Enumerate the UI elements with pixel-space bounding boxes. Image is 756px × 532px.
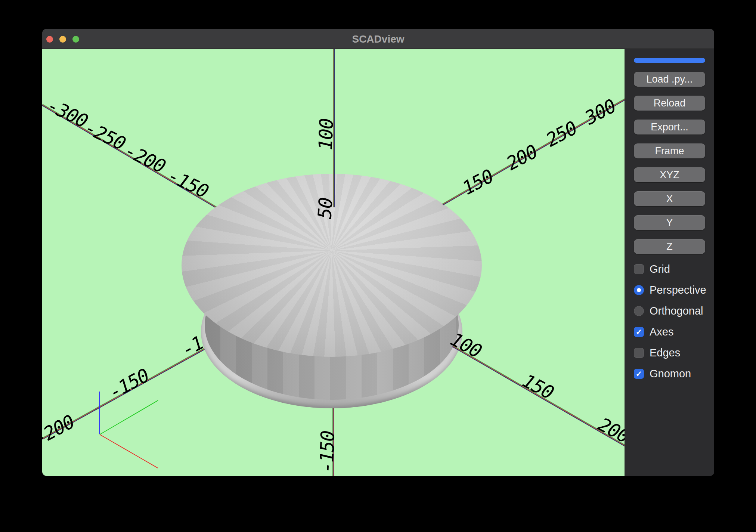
window-title: SCADview: [42, 29, 714, 50]
axis-tick-label: -150: [316, 431, 339, 473]
axis-tick-label: 150: [519, 370, 557, 404]
axes-checkbox[interactable]: ✓Axes: [634, 325, 673, 338]
gnomon-y-axis: [99, 400, 158, 435]
edges-label: Edges: [650, 347, 680, 359]
orthogonal-radio-control[interactable]: [634, 306, 644, 316]
reload-button[interactable]: Reload: [634, 96, 705, 111]
grid-checkbox[interactable]: Grid: [634, 263, 670, 275]
titlebar: SCADview: [42, 29, 714, 49]
axis-tick-label: 100: [315, 118, 338, 151]
y-button[interactable]: Y: [634, 215, 705, 230]
gnomon-checkbox-control[interactable]: ✓: [634, 369, 644, 379]
axis-tick-label: -200: [121, 139, 168, 177]
grid-label: Grid: [650, 263, 670, 275]
axes-label: Axes: [650, 326, 673, 338]
axis-tick-label: 200: [595, 414, 625, 448]
axis-tick-label: 50: [314, 197, 337, 220]
edges-checkbox-control[interactable]: [634, 348, 644, 358]
axis-tick-label: 200: [503, 141, 541, 175]
axis-tick-label: -200: [42, 411, 78, 450]
axis-tick-label: 250: [542, 117, 580, 151]
axes-checkbox-control[interactable]: ✓: [634, 327, 644, 337]
export-button[interactable]: Export...: [634, 120, 705, 134]
orthogonal-label: Orthogonal: [650, 305, 703, 317]
perspective-radio-control[interactable]: [634, 285, 644, 295]
sidebar-panel: Load .py...ReloadExport...FrameXYZXYZ Gr…: [625, 49, 714, 476]
gnomon-x-axis: [100, 434, 158, 468]
axis-tick-label: -150: [164, 164, 211, 202]
3d-viewport[interactable]: -300-250-200-150100150200300250200150-10…: [42, 49, 625, 476]
grid-checkbox-control[interactable]: [634, 264, 644, 274]
gnomon-label: Gnomon: [650, 368, 691, 380]
z-button[interactable]: Z: [634, 239, 705, 254]
axis-tick-label: 150: [459, 166, 497, 200]
axis-tick-label: -250: [81, 117, 128, 154]
axis-tick-label: -150: [105, 365, 152, 403]
edges-checkbox[interactable]: Edges: [634, 346, 680, 359]
perspective-radio[interactable]: Perspective: [634, 284, 706, 296]
axis-tick-label: 300: [581, 95, 619, 129]
window-content: -300-250-200-150100150200300250200150-10…: [42, 49, 714, 476]
frame-button[interactable]: Frame: [634, 143, 705, 158]
gnomon-z-axis: [99, 392, 100, 434]
orthogonal-radio[interactable]: Orthogonal: [634, 304, 703, 317]
load-py-button[interactable]: Load .py...: [634, 72, 705, 87]
app-window: SCADview -300-250-200-150100150200300250…: [42, 29, 714, 476]
x-button[interactable]: X: [634, 191, 705, 206]
axis-tick-label: -300: [44, 94, 91, 132]
progress-bar: [634, 58, 705, 63]
perspective-label: Perspective: [650, 284, 706, 296]
gnomon-checkbox[interactable]: ✓Gnomon: [634, 367, 691, 380]
xyz-button[interactable]: XYZ: [634, 167, 705, 182]
